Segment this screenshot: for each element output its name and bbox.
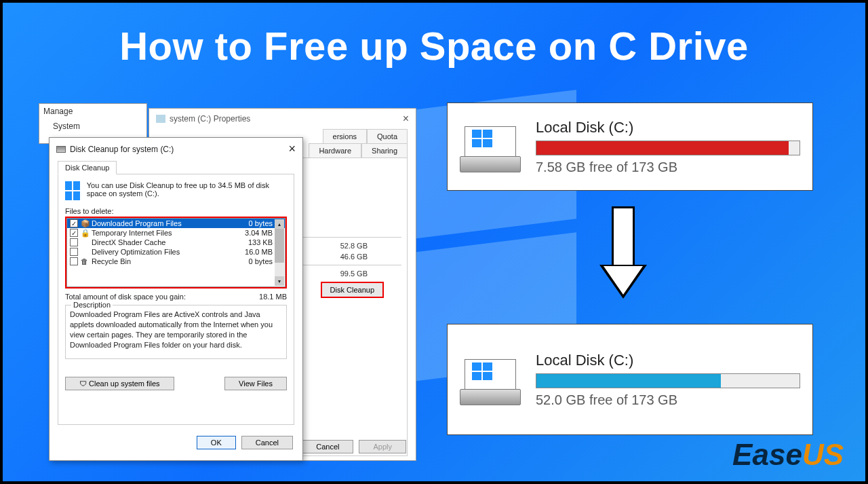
drive-name: Local Disk (C:) xyxy=(536,352,800,369)
description-box: Description Downloaded Program Files are… xyxy=(65,305,287,359)
file-list-item[interactable]: Delivery Optimization Files16.0 MB xyxy=(67,247,285,257)
drive-before-card: Local Disk (C:) 7.58 GB free of 173 GB xyxy=(447,103,813,191)
cancel-button[interactable]: Cancel xyxy=(241,436,293,449)
file-name: DirectX Shader Cache xyxy=(92,238,165,246)
cleanup-message: You can use Disk Cleanup to free up to 3… xyxy=(87,181,287,200)
prop-gb-1: 46.6 GB xyxy=(340,253,368,261)
properties-title: system (C:) Properties xyxy=(170,114,250,124)
file-type-icon: 🔒 xyxy=(81,229,89,237)
file-list-item[interactable]: 🗑Recycle Bin0 bytes xyxy=(67,257,285,266)
drive-icon xyxy=(156,115,165,123)
file-name: Delivery Optimization Files xyxy=(92,248,180,256)
usage-bar xyxy=(536,373,800,388)
checkbox[interactable] xyxy=(70,257,78,265)
drive-icon xyxy=(56,146,66,153)
tab-sharing[interactable]: Sharing xyxy=(361,143,408,157)
cleanup-system-files-button[interactable]: 🛡 Clean up system files xyxy=(65,377,174,390)
scroll-down-icon[interactable]: ▾ xyxy=(275,276,284,286)
tab-hardware[interactable]: Hardware xyxy=(309,143,361,157)
tab-versions[interactable]: ersions xyxy=(323,129,367,143)
drive-free-text: 7.58 GB free of 173 GB xyxy=(536,160,800,175)
file-name: Temporary Internet Files xyxy=(92,229,172,237)
file-name: Recycle Bin xyxy=(92,257,131,265)
file-list-item[interactable]: ✓🔒Temporary Internet Files3.04 MB xyxy=(67,228,285,238)
checkbox[interactable] xyxy=(70,238,78,246)
windows-icon xyxy=(65,181,80,200)
drive-name: Local Disk (C:) xyxy=(536,119,800,136)
description-label: Description xyxy=(71,300,113,310)
brand-logo: EaseUS xyxy=(732,438,844,472)
scrollbar[interactable]: ▴ ▾ xyxy=(275,219,284,286)
scroll-thumb[interactable] xyxy=(275,229,284,263)
drive-icon xyxy=(460,122,521,172)
drive-after-card: Local Disk (C:) 52.0 GB free of 173 GB xyxy=(447,324,813,435)
checkbox[interactable]: ✓ xyxy=(70,219,78,227)
disk-cleanup-window: Disk Cleanup for system (C:) × Disk Clea… xyxy=(49,137,303,461)
disk-cleanup-button[interactable]: Disk Cleanup xyxy=(321,282,384,298)
usage-bar xyxy=(536,141,800,155)
page-title: How to Free up Space on C Drive xyxy=(3,23,865,69)
arrow-down-icon xyxy=(599,206,647,308)
close-icon[interactable]: × xyxy=(288,142,296,156)
file-type-icon: 📦 xyxy=(81,219,89,227)
files-list: ✓📦Downloaded Program Files0 bytes✓🔒Tempo… xyxy=(65,217,287,288)
disk-cleanup-tab[interactable]: Disk Cleanup xyxy=(58,161,117,174)
file-list-item[interactable]: DirectX Shader Cache133 KB xyxy=(67,238,285,247)
view-files-button[interactable]: View Files xyxy=(224,377,287,390)
drive-icon xyxy=(460,354,521,405)
total-value: 18.1 MB xyxy=(259,293,287,301)
tab-quota[interactable]: Quota xyxy=(367,129,408,143)
disk-cleanup-title: Disk Cleanup for system (C:) xyxy=(70,145,174,154)
properties-cancel-button[interactable]: Cancel xyxy=(302,440,353,453)
file-type-icon xyxy=(81,238,89,246)
manage-tab[interactable]: Manage xyxy=(39,104,146,119)
close-icon[interactable]: × xyxy=(403,113,409,125)
file-type-icon xyxy=(81,248,89,256)
drive-free-text: 52.0 GB free of 173 GB xyxy=(536,392,800,408)
prop-gb-0: 52.8 GB xyxy=(340,242,368,250)
properties-apply-button[interactable]: Apply xyxy=(359,440,406,453)
description-text: Downloaded Program Files are ActiveX con… xyxy=(70,310,273,349)
file-list-item[interactable]: ✓📦Downloaded Program Files0 bytes xyxy=(67,219,285,228)
checkbox[interactable] xyxy=(70,248,78,256)
files-to-delete-label: Files to delete: xyxy=(65,207,287,215)
system-tab[interactable]: System xyxy=(39,119,146,134)
windows-dialog-stack: Manage System system (C:) Properties × e… xyxy=(39,103,417,461)
prop-gb-2: 99.5 GB xyxy=(340,269,368,278)
file-type-icon: 🗑 xyxy=(81,257,89,265)
scroll-up-icon[interactable]: ▴ xyxy=(275,219,284,229)
file-name: Downloaded Program Files xyxy=(92,219,182,227)
checkbox[interactable]: ✓ xyxy=(70,229,78,237)
ok-button[interactable]: OK xyxy=(197,436,236,449)
